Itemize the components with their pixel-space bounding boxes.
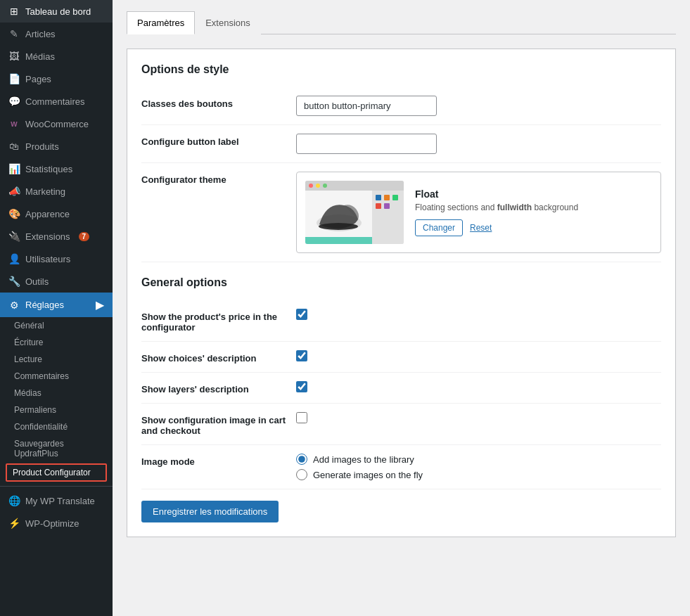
- sidebar-item-marketing[interactable]: 📣 Marketing: [0, 180, 113, 203]
- sidebar-item-produits[interactable]: 🛍 Produits: [0, 135, 113, 158]
- configurator-theme-label: Configurator theme: [141, 172, 296, 185]
- save-button[interactable]: Enregistrer les modifications: [141, 501, 279, 522]
- main-content: Paramètres Extensions Options de style C…: [113, 0, 690, 616]
- sidebar-label: Produits: [25, 141, 59, 152]
- sidebar-item-apparence[interactable]: 🎨 Apparence: [0, 203, 113, 225]
- show-choices-checkbox[interactable]: [296, 350, 307, 361]
- configure-button-label-input[interactable]: [296, 134, 437, 154]
- marketing-icon: 📣: [8, 186, 20, 197]
- theme-desc-bold: fullwidth: [497, 203, 532, 212]
- svg-point-2: [309, 184, 313, 188]
- show-price-control: [296, 309, 661, 320]
- sidebar-sub-ecriture[interactable]: Écriture: [0, 334, 113, 351]
- show-config-image-label: Show configuration image in cart and che…: [141, 412, 296, 436]
- tab-extensions[interactable]: Extensions: [195, 11, 261, 34]
- svg-point-3: [316, 184, 320, 188]
- classes-boutons-input[interactable]: [296, 96, 437, 116]
- show-layers-control: [296, 381, 661, 392]
- form-row-configure-button-label: Configure button label: [141, 125, 661, 163]
- sidebar-sub-permaliens[interactable]: Permaliens: [0, 402, 113, 418]
- commentaires-icon: 💬: [8, 96, 20, 107]
- reglages-icon: ⚙: [8, 300, 20, 311]
- sidebar-item-outils[interactable]: 🔧 Outils: [0, 270, 113, 293]
- classes-boutons-control: [296, 96, 661, 116]
- sidebar-item-woocommerce[interactable]: w WooCommerce: [0, 113, 113, 135]
- form-row-classes-boutons: Classes des boutons: [141, 87, 661, 125]
- sidebar-sub-sauvegardes[interactable]: Sauvegardes UpdraftPlus: [0, 435, 113, 462]
- produits-icon: 🛍: [8, 141, 20, 152]
- show-config-image-checkbox[interactable]: [296, 412, 307, 423]
- sidebar-sub-commentaires[interactable]: Commentaires: [0, 368, 113, 385]
- utilisateurs-icon: 👤: [8, 253, 20, 264]
- theme-actions: Changer Reset: [415, 219, 652, 236]
- image-mode-radio-group: Add images to the library Generate image…: [296, 454, 661, 480]
- sidebar: ⊞ Tableau de bord ✎ Articles 🖼 Médias 📄 …: [0, 0, 113, 616]
- reset-button[interactable]: Reset: [470, 223, 492, 233]
- stats-icon: 📊: [8, 163, 20, 174]
- section-style-title: Options de style: [141, 63, 661, 76]
- sidebar-item-commentaires[interactable]: 💬 Commentaires: [0, 90, 113, 113]
- show-layers-checkbox[interactable]: [296, 381, 307, 392]
- configure-button-label-control: [296, 134, 661, 154]
- sidebar-label: WP-Optimize: [25, 518, 79, 529]
- sidebar-label: Extensions: [25, 231, 70, 242]
- configurator-theme-control: Float Floating sections and fullwidth ba…: [296, 172, 661, 253]
- sidebar-item-articles[interactable]: ✎ Articles: [0, 23, 113, 45]
- radio-option-library[interactable]: Add images to the library: [296, 454, 661, 465]
- sidebar-item-medias[interactable]: 🖼 Médias: [0, 45, 113, 68]
- sidebar-label: Médias: [25, 51, 55, 62]
- radio-fly[interactable]: [296, 469, 307, 480]
- sidebar-item-my-wp-translate[interactable]: 🌐 My WP Translate: [0, 489, 113, 512]
- sidebar-label: Statistiques: [25, 164, 72, 174]
- svg-rect-10: [376, 203, 381, 209]
- show-choices-label: Show choices' description: [141, 350, 296, 364]
- svg-rect-8: [384, 195, 390, 200]
- theme-desc-text1: Floating sections and: [415, 203, 497, 212]
- form-row-show-price: Show the product's price in the configur…: [141, 300, 661, 342]
- show-config-image-control: [296, 412, 661, 423]
- show-layers-checkbox-wrap: [296, 381, 661, 392]
- theme-preview: [305, 181, 404, 244]
- sidebar-item-reglages[interactable]: ⚙ Réglages ▶: [0, 293, 113, 317]
- theme-desc: Floating sections and fullwidth backgrou…: [415, 203, 652, 212]
- sidebar-label: Commentaires: [25, 96, 85, 107]
- form-row-configurator-theme: Configurator theme: [141, 163, 661, 262]
- sidebar-sub-product-configurator[interactable]: Product Configurator: [6, 463, 107, 482]
- articles-icon: ✎: [8, 28, 20, 39]
- show-choices-checkbox-wrap: [296, 350, 661, 361]
- form-row-show-layers: Show layers' description: [141, 373, 661, 404]
- sidebar-item-pages[interactable]: 📄 Pages: [0, 68, 113, 90]
- sidebar-sub-lecture[interactable]: Lecture: [0, 351, 113, 368]
- sidebar-item-wp-optimize[interactable]: ⚡ WP-Optimize: [0, 512, 113, 534]
- svg-rect-11: [384, 203, 390, 209]
- sidebar-label: Outils: [25, 276, 49, 287]
- medias-icon: 🖼: [8, 51, 20, 62]
- sidebar-sub-medias[interactable]: Médias: [0, 385, 113, 402]
- sidebar-label: Pages: [25, 74, 51, 84]
- extensions-icon: 🔌: [8, 231, 20, 242]
- sidebar-item-extensions[interactable]: 🔌 Extensions 7: [0, 225, 113, 248]
- sidebar-label: Apparence: [25, 209, 70, 219]
- sidebar-item-tableau-de-bord[interactable]: ⊞ Tableau de bord: [0, 0, 113, 23]
- svg-point-13: [319, 223, 358, 230]
- changer-button[interactable]: Changer: [415, 219, 463, 236]
- theme-card: Float Floating sections and fullwidth ba…: [296, 172, 661, 253]
- radio-library-label: Add images to the library: [313, 454, 414, 465]
- sidebar-sub-general[interactable]: Général: [0, 317, 113, 334]
- sidebar-label: Marketing: [25, 186, 65, 197]
- form-row-show-config-image: Show configuration image in cart and che…: [141, 404, 661, 445]
- show-price-checkbox[interactable]: [296, 309, 307, 320]
- radio-library[interactable]: [296, 454, 307, 465]
- translate-icon: 🌐: [8, 495, 20, 506]
- sidebar-item-statistiques[interactable]: 📊 Statistiques: [0, 158, 113, 180]
- settings-content: Options de style Classes des boutons Con…: [127, 49, 676, 537]
- radio-option-fly[interactable]: Generate images on the fly: [296, 469, 661, 480]
- svg-rect-14: [305, 237, 372, 244]
- tab-parametres[interactable]: Paramètres: [127, 11, 195, 34]
- sidebar-item-utilisateurs[interactable]: 👤 Utilisateurs: [0, 248, 113, 270]
- sidebar-sub-confidentialite[interactable]: Confidentialité: [0, 418, 113, 435]
- sidebar-label: My WP Translate: [25, 496, 95, 506]
- theme-info: Float Floating sections and fullwidth ba…: [415, 188, 652, 236]
- sidebar-label: Réglages: [25, 300, 64, 310]
- sidebar-divider: [0, 486, 113, 487]
